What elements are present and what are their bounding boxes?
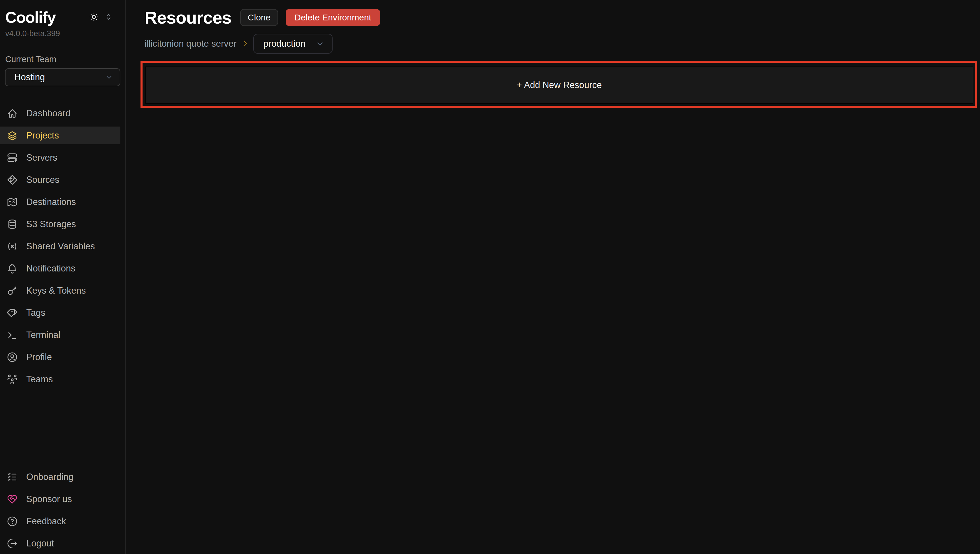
sidebar-item-projects[interactable]: Projects xyxy=(0,127,120,144)
sidebar-item-label: Logout xyxy=(26,538,54,549)
sidebar: Coolify v4.0.0-beta.399 Current Team Hos… xyxy=(0,0,126,554)
variables-icon xyxy=(6,240,18,252)
sidebar-item-label: Shared Variables xyxy=(26,241,95,252)
app-version: v4.0.0-beta.399 xyxy=(5,29,125,38)
sidebar-item-label: S3 Storages xyxy=(26,219,76,229)
terminal-icon xyxy=(6,329,18,341)
bell-icon xyxy=(6,263,18,274)
current-team-label: Current Team xyxy=(5,54,125,64)
breadcrumb: illicitonion quote server production xyxy=(145,34,980,54)
add-new-resource-button[interactable]: + Add New Resource xyxy=(145,67,973,104)
sidebar-item-label: Dashboard xyxy=(26,108,70,119)
delete-environment-button[interactable]: Delete Environment xyxy=(286,9,380,26)
chevron-right-icon xyxy=(242,40,249,48)
users-group-icon xyxy=(6,374,18,385)
page-header: Resources Clone Delete Environment xyxy=(145,8,980,27)
clone-button[interactable]: Clone xyxy=(240,9,278,26)
environment-select[interactable]: production xyxy=(253,34,332,54)
sidebar-item-label: Servers xyxy=(26,153,57,163)
main-content: Resources Clone Delete Environment illic… xyxy=(126,0,980,554)
sidebar-nav: Dashboard Projects Servers Sources xyxy=(0,104,125,392)
database-icon xyxy=(6,218,18,230)
chevron-down-icon xyxy=(316,39,325,48)
server-icon xyxy=(6,152,18,164)
sidebar-header: Coolify xyxy=(0,9,125,25)
sidebar-item-label: Onboarding xyxy=(26,472,73,482)
sidebar-item-tags[interactable]: Tags xyxy=(0,304,120,322)
sidebar-item-sources[interactable]: Sources xyxy=(0,171,120,189)
app-root: Coolify v4.0.0-beta.399 Current Team Hos… xyxy=(0,0,980,554)
sidebar-item-keys-tokens[interactable]: Keys & Tokens xyxy=(0,282,120,299)
sidebar-header-icons xyxy=(88,11,113,23)
sidebar-item-label: Tags xyxy=(26,307,45,318)
chevron-down-icon xyxy=(105,73,113,82)
sidebar-item-label: Feedback xyxy=(26,516,66,527)
sidebar-item-feedback[interactable]: Feedback xyxy=(0,512,120,530)
key-icon xyxy=(6,285,18,296)
sidebar-item-label: Profile xyxy=(26,352,52,363)
tags-icon xyxy=(6,307,18,319)
checklist-icon xyxy=(6,471,18,483)
add-new-resource-label: + Add New Resource xyxy=(517,80,601,91)
theme-selector-icon[interactable] xyxy=(104,13,113,21)
sidebar-item-label: Notifications xyxy=(26,263,75,274)
sidebar-footer-nav: Onboarding Sponsor us Feedback Logout xyxy=(0,468,125,552)
home-icon xyxy=(6,108,18,119)
sidebar-item-s3-storages[interactable]: S3 Storages xyxy=(0,215,120,233)
sidebar-item-teams[interactable]: Teams xyxy=(0,370,120,388)
environment-select-value: production xyxy=(263,38,305,49)
git-source-icon xyxy=(6,174,18,186)
sidebar-item-label: Sources xyxy=(26,175,59,185)
app-logo[interactable]: Coolify xyxy=(5,9,56,25)
sidebar-item-dashboard[interactable]: Dashboard xyxy=(0,104,120,122)
sidebar-item-notifications[interactable]: Notifications xyxy=(0,259,120,277)
sidebar-item-shared-variables[interactable]: Shared Variables xyxy=(0,237,120,255)
breadcrumb-project-link[interactable]: illicitonion quote server xyxy=(145,38,236,49)
team-select[interactable]: Hosting xyxy=(5,68,120,86)
sidebar-item-onboarding[interactable]: Onboarding xyxy=(0,468,120,486)
sidebar-item-logout[interactable]: Logout xyxy=(0,535,120,552)
sidebar-item-profile[interactable]: Profile xyxy=(0,348,120,366)
sidebar-item-destinations[interactable]: Destinations xyxy=(0,193,120,211)
sidebar-item-label: Keys & Tokens xyxy=(26,285,86,296)
sidebar-item-label: Projects xyxy=(26,131,59,141)
heart-handshake-icon xyxy=(6,494,18,505)
sidebar-item-sponsor-us[interactable]: Sponsor us xyxy=(0,490,120,508)
sidebar-item-servers[interactable]: Servers xyxy=(0,149,120,167)
help-circle-icon xyxy=(6,516,18,527)
user-circle-icon xyxy=(6,351,18,363)
page-title: Resources xyxy=(145,8,231,28)
theme-sun-icon[interactable] xyxy=(88,11,100,23)
sidebar-item-label: Terminal xyxy=(26,330,60,340)
logout-icon xyxy=(6,538,18,549)
layers-icon xyxy=(6,130,18,142)
map-icon xyxy=(6,196,18,208)
sidebar-item-label: Teams xyxy=(26,374,53,385)
team-select-value: Hosting xyxy=(14,72,45,83)
sidebar-item-terminal[interactable]: Terminal xyxy=(0,326,120,344)
sidebar-item-label: Destinations xyxy=(26,197,76,207)
sidebar-item-label: Sponsor us xyxy=(26,494,72,505)
